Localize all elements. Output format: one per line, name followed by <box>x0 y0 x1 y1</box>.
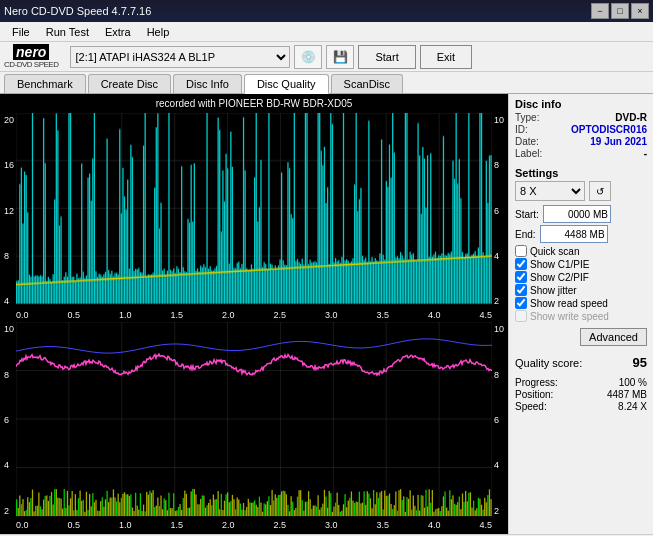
disc-icon-button[interactable]: 💿 <box>294 45 322 69</box>
tab-benchmark[interactable]: Benchmark <box>4 74 86 93</box>
disc-id-value: OPTODISCR016 <box>571 124 647 135</box>
show-read-speed-label: Show read speed <box>530 298 608 309</box>
tab-disc-quality[interactable]: Disc Quality <box>244 74 329 94</box>
disc-label-value: - <box>644 148 647 159</box>
show-jitter-checkbox[interactable] <box>515 284 527 296</box>
disc-id-label: ID: <box>515 124 528 135</box>
toolbar: nero CD-DVD SPEED [2:1] ATAPI iHAS324 A … <box>0 42 653 72</box>
disc-label-label: Label: <box>515 148 542 159</box>
end-input[interactable]: 4488 MB <box>540 225 608 243</box>
progress-section: Progress: 100 % Position: 4487 MB Speed:… <box>515 377 647 413</box>
nero-logo: nero CD-DVD SPEED <box>4 44 58 69</box>
disc-date-value: 19 Jun 2021 <box>590 136 647 147</box>
disc-type-label: Type: <box>515 112 539 123</box>
quality-score-label: Quality score: <box>515 357 582 369</box>
main-content: recorded with PIONEER BD-RW BDR-XD05 20 … <box>0 94 653 534</box>
disc-type-row: Type: DVD-R <box>515 112 647 123</box>
chart-title: recorded with PIONEER BD-RW BDR-XD05 <box>4 98 504 109</box>
exit-button[interactable]: Exit <box>420 45 472 69</box>
show-c2-label: Show C2/PIF <box>530 272 589 283</box>
start-row: Start: 0000 MB <box>515 205 647 223</box>
menu-help[interactable]: Help <box>139 25 178 39</box>
position-row: Position: 4487 MB <box>515 389 647 400</box>
settings-title: Settings <box>515 167 647 179</box>
settings-section: Settings 8 X ↺ Start: 0000 MB End: 4488 … <box>515 167 647 346</box>
quick-scan-checkbox[interactable] <box>515 245 527 257</box>
maximize-button[interactable]: □ <box>611 3 629 19</box>
advanced-button[interactable]: Advanced <box>580 328 647 346</box>
bottom-y-axis-right: 108642 <box>492 322 504 530</box>
show-read-speed-checkbox[interactable] <box>515 297 527 309</box>
disc-date-row: Date: 19 Jun 2021 <box>515 136 647 147</box>
tab-bar: Benchmark Create Disc Disc Info Disc Qua… <box>0 72 653 94</box>
show-c1-row: Show C1/PIE <box>515 258 647 270</box>
show-write-speed-checkbox <box>515 310 527 322</box>
disc-type-value: DVD-R <box>615 112 647 123</box>
menu-extra[interactable]: Extra <box>97 25 139 39</box>
end-row: End: 4488 MB <box>515 225 647 243</box>
top-chart: 0.0 0.5 1.0 1.5 2.0 2.5 3.0 3.5 4.0 4.5 <box>16 113 492 320</box>
window-title: Nero CD-DVD Speed 4.7.7.16 <box>4 5 151 17</box>
bottom-y-axis: 10 8 6 4 2 <box>4 322 16 530</box>
progress-row: Progress: 100 % <box>515 377 647 388</box>
top-y-axis: 20 16 12 8 4 <box>4 113 16 320</box>
show-read-speed-row: Show read speed <box>515 297 647 309</box>
top-y-axis-right: 108642 <box>492 113 504 320</box>
show-c2-row: Show C2/PIF <box>515 271 647 283</box>
position-label: Position: <box>515 389 553 400</box>
speed-row-progress: Speed: 8.24 X <box>515 401 647 412</box>
show-jitter-label: Show jitter <box>530 285 577 296</box>
speed-row: 8 X ↺ <box>515 181 647 201</box>
disc-info-title: Disc info <box>515 98 647 110</box>
start-button[interactable]: Start <box>358 45 415 69</box>
title-bar: Nero CD-DVD Speed 4.7.7.16 − □ × <box>0 0 653 22</box>
speed-select[interactable]: 8 X <box>515 181 585 201</box>
disc-id-row: ID: OPTODISCR016 <box>515 124 647 135</box>
quick-scan-row: Quick scan <box>515 245 647 257</box>
quick-scan-label: Quick scan <box>530 246 579 257</box>
end-label: End: <box>515 229 536 240</box>
close-button[interactable]: × <box>631 3 649 19</box>
save-button[interactable]: 💾 <box>326 45 354 69</box>
disc-label-row: Label: - <box>515 148 647 159</box>
quality-score-row: Quality score: 95 <box>515 355 647 370</box>
menu-bar: File Run Test Extra Help <box>0 22 653 42</box>
start-input[interactable]: 0000 MB <box>543 205 611 223</box>
speed-value: 8.24 X <box>618 401 647 412</box>
position-value: 4487 MB <box>607 389 647 400</box>
quality-score-value: 95 <box>633 355 647 370</box>
progress-value: 100 % <box>619 377 647 388</box>
show-c2-checkbox[interactable] <box>515 271 527 283</box>
refresh-speed-button[interactable]: ↺ <box>589 181 611 201</box>
show-c1-label: Show C1/PIE <box>530 259 589 270</box>
menu-run-test[interactable]: Run Test <box>38 25 97 39</box>
tab-disc-info[interactable]: Disc Info <box>173 74 242 93</box>
progress-label: Progress: <box>515 377 558 388</box>
speed-label: Speed: <box>515 401 547 412</box>
show-write-speed-label: Show write speed <box>530 311 609 322</box>
minimize-button[interactable]: − <box>591 3 609 19</box>
disc-date-label: Date: <box>515 136 539 147</box>
show-write-speed-row: Show write speed <box>515 310 647 322</box>
side-panel: Disc info Type: DVD-R ID: OPTODISCR016 D… <box>508 94 653 534</box>
nero-sub-text: CD-DVD SPEED <box>4 60 58 69</box>
nero-logo-text: nero <box>13 44 49 60</box>
window-controls: − □ × <box>591 3 649 19</box>
start-label: Start: <box>515 209 539 220</box>
bottom-chart: 0.0 0.5 1.0 1.5 2.0 2.5 3.0 3.5 4.0 4.5 <box>16 322 492 530</box>
show-jitter-row: Show jitter <box>515 284 647 296</box>
show-c1-checkbox[interactable] <box>515 258 527 270</box>
top-x-axis: 0.0 0.5 1.0 1.5 2.0 2.5 3.0 3.5 4.0 4.5 <box>16 310 492 320</box>
tab-create-disc[interactable]: Create Disc <box>88 74 171 93</box>
disc-info-section: Disc info Type: DVD-R ID: OPTODISCR016 D… <box>515 98 647 160</box>
menu-file[interactable]: File <box>4 25 38 39</box>
tab-scan-disc[interactable]: ScanDisc <box>331 74 403 93</box>
bottom-x-axis: 0.0 0.5 1.0 1.5 2.0 2.5 3.0 3.5 4.0 4.5 <box>16 520 492 530</box>
chart-area: recorded with PIONEER BD-RW BDR-XD05 20 … <box>0 94 508 534</box>
drive-select[interactable]: [2:1] ATAPI iHAS324 A BL1P <box>70 46 290 68</box>
